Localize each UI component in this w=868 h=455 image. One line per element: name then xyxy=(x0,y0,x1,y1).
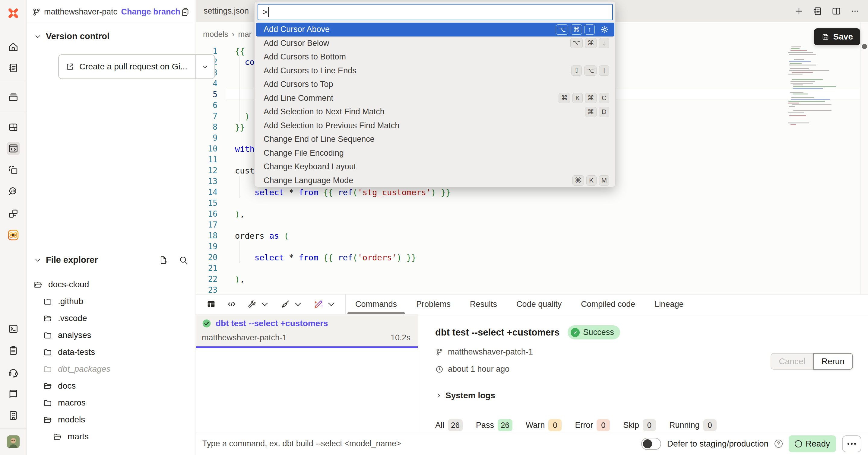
run-command-link[interactable]: dbt test --select +customers xyxy=(216,318,328,328)
stat-all[interactable]: All26 xyxy=(435,419,463,431)
tree-item-docs-cloud[interactable]: docs-cloud xyxy=(27,276,195,293)
avatar[interactable] xyxy=(7,435,20,448)
code-line-14[interactable]: 14 select * from {{ ref('stg_customers')… xyxy=(196,187,847,198)
tree-item-macros[interactable]: macros xyxy=(27,394,195,411)
minimap[interactable] xyxy=(788,47,838,128)
palette-item-change-language-mode[interactable]: Change Language Mode⌘KM xyxy=(254,174,616,187)
rail-item-insights[interactable] xyxy=(7,185,20,198)
dbt-logo[interactable] xyxy=(7,7,20,20)
rail-item-grid[interactable] xyxy=(7,121,20,134)
build-button[interactable] xyxy=(247,299,270,309)
format-button[interactable] xyxy=(280,299,303,309)
tree-item-analyses[interactable]: analyses xyxy=(27,327,195,344)
palette-item-add-selection-to-previous-find-match[interactable]: Add Selection to Previous Find Match xyxy=(254,119,616,133)
save-button[interactable]: Save xyxy=(814,28,860,45)
search-icon[interactable] xyxy=(179,255,188,265)
split-pane-icon[interactable] xyxy=(831,6,841,16)
rail-item-copilot-atom[interactable] xyxy=(7,229,20,242)
palette-item-change-file-encoding[interactable]: Change File Encoding xyxy=(254,146,616,160)
code-line-17[interactable]: 17 xyxy=(196,219,847,230)
rail-item-clipboard[interactable] xyxy=(7,344,20,357)
chevron-down-icon[interactable] xyxy=(293,299,303,309)
rail-item-frame-select[interactable] xyxy=(7,164,20,177)
new-file-icon[interactable] xyxy=(159,255,168,265)
settings-gear-icon[interactable] xyxy=(600,25,609,34)
change-branch-link[interactable]: Change branch xyxy=(121,7,180,17)
palette-item-change-end-of-line-sequence[interactable]: Change End of Line Sequence xyxy=(254,132,616,146)
cancel-button[interactable]: Cancel xyxy=(771,353,813,370)
palette-item-add-cursors-to-bottom[interactable]: Add Cursors to Bottom xyxy=(254,50,616,64)
command-input[interactable]: Type a command, ex. dbt build --select <… xyxy=(203,439,401,448)
palette-item-add-cursor-above[interactable]: Add Cursor Above⌥⌘↑ xyxy=(256,23,614,36)
ready-badge[interactable]: Ready xyxy=(789,435,836,452)
rail-item-code-editor[interactable] xyxy=(7,142,20,155)
editor-scrollbar[interactable] xyxy=(861,22,868,294)
code-line-18[interactable]: 18orders as ( xyxy=(196,230,847,241)
breadcrumb-root[interactable]: models xyxy=(203,30,228,39)
tree-item--github[interactable]: .github xyxy=(27,293,195,310)
tab-settings-json[interactable]: settings.json xyxy=(196,0,257,22)
panel-tab-lineage[interactable]: Lineage xyxy=(645,295,693,314)
help-icon[interactable]: ? xyxy=(775,439,783,448)
panel-tab-problems[interactable]: Problems xyxy=(407,295,460,314)
rail-item-book[interactable] xyxy=(7,387,20,401)
code-line-23[interactable]: 23 xyxy=(196,284,847,294)
code-line-22[interactable]: 22), xyxy=(196,274,847,284)
tree-item-docs[interactable]: docs xyxy=(27,377,195,394)
file-explorer-header[interactable]: File explorer xyxy=(34,255,188,265)
code-line-15[interactable]: 15 xyxy=(196,198,847,209)
rail-item-archive[interactable] xyxy=(7,91,20,104)
stat-running[interactable]: Running0 xyxy=(669,419,717,431)
stat-warn[interactable]: Warn0 xyxy=(526,419,562,431)
code-line-20[interactable]: 20 select * from {{ ref('orders') }} xyxy=(196,252,847,263)
code-line-21[interactable]: 21 xyxy=(196,263,847,274)
system-logs-toggle[interactable]: System logs xyxy=(435,391,868,400)
copilot-fix-button[interactable] xyxy=(313,299,336,309)
code-line-19[interactable]: 19 xyxy=(196,241,847,252)
rail-item-home[interactable] xyxy=(7,40,20,53)
palette-item-add-cursor-below[interactable]: Add Cursor Below⌥⌘↓ xyxy=(254,36,616,51)
tree-item-dbt-packages[interactable]: dbt_packages xyxy=(27,361,195,377)
tree-item-data-tests[interactable]: data-tests xyxy=(27,344,195,361)
create-pr-button[interactable]: Create a pull request on Gi... xyxy=(59,55,195,79)
defer-toggle[interactable] xyxy=(641,438,661,450)
version-control-header[interactable]: Version control xyxy=(34,31,110,41)
rerun-button[interactable]: Rerun xyxy=(813,353,853,370)
stat-pass[interactable]: Pass26 xyxy=(476,419,513,431)
rail-item-notebook[interactable] xyxy=(7,61,20,74)
rail-item-building[interactable] xyxy=(7,409,20,422)
more-menu-icon[interactable] xyxy=(850,6,860,16)
status-more-menu[interactable] xyxy=(842,435,861,452)
notebook-icon[interactable] xyxy=(812,6,823,16)
panel-tab-results[interactable]: Results xyxy=(460,295,507,314)
create-pr-caret-button[interactable] xyxy=(195,55,214,79)
chevron-down-icon[interactable] xyxy=(260,299,270,309)
compile-code-button[interactable] xyxy=(226,299,237,309)
copy-icon[interactable] xyxy=(180,7,190,17)
palette-item-add-selection-to-next-find-match[interactable]: Add Selection to Next Find Match⌘D xyxy=(254,105,616,119)
rail-item-headset[interactable] xyxy=(7,366,20,379)
new-tab-icon[interactable] xyxy=(794,6,804,16)
rail-item-terminal[interactable] xyxy=(7,322,20,335)
palette-item-change-keyboard-layout[interactable]: Change Keyboard Layout xyxy=(254,160,616,174)
stat-error[interactable]: Error0 xyxy=(575,419,610,431)
breadcrumb-leaf[interactable]: mar xyxy=(238,30,252,39)
tree-item-marts[interactable]: marts xyxy=(27,428,195,445)
palette-input[interactable]: > xyxy=(257,4,613,20)
chevron-down-icon[interactable] xyxy=(326,299,336,309)
branch-name[interactable]: matthewshaver-patc xyxy=(44,7,117,17)
scrollbar-thumb[interactable] xyxy=(862,44,867,49)
run-list-item[interactable]: dbt test --select +customers matthewshav… xyxy=(196,314,418,346)
panel-tab-commands[interactable]: Commands xyxy=(346,295,407,314)
palette-item-add-cursors-to-line-ends[interactable]: Add Cursors to Line Ends⇧⌥I xyxy=(254,64,616,78)
tree-item--vscode[interactable]: .vscode xyxy=(27,310,195,327)
panel-tab-compiled-code[interactable]: Compiled code xyxy=(571,295,645,314)
panel-tab-code-quality[interactable]: Code quality xyxy=(507,295,571,314)
code-line-16[interactable]: 16), xyxy=(196,209,847,219)
tree-item-models[interactable]: models xyxy=(27,411,195,428)
rail-item-windows[interactable] xyxy=(7,207,20,220)
palette-item-add-cursors-to-top[interactable]: Add Cursors to Top xyxy=(254,78,616,91)
palette-item-add-line-comment[interactable]: Add Line Comment⌘K⌘C xyxy=(254,91,616,105)
stat-skip[interactable]: Skip0 xyxy=(623,419,656,431)
preview-table-button[interactable] xyxy=(206,299,216,309)
